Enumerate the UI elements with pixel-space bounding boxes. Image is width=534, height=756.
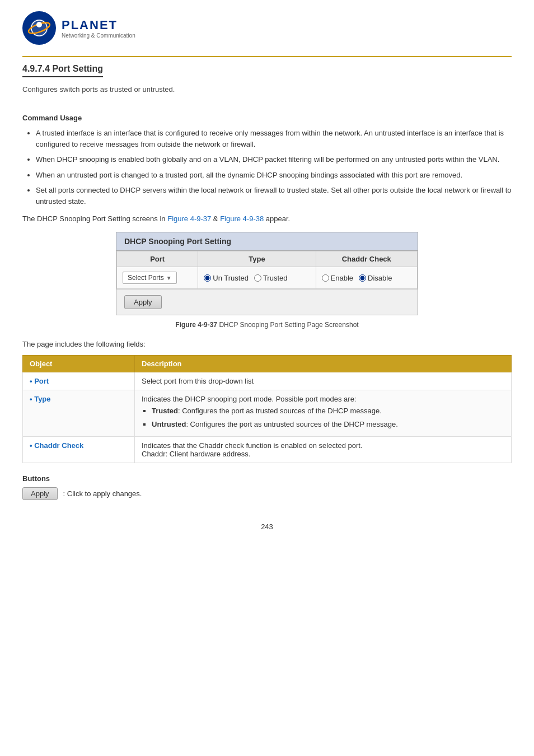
desc-port: Select port from this drop-down list <box>135 372 512 390</box>
apply-button-example[interactable]: Apply <box>22 487 58 500</box>
page-title: 4.9.7.4 Port Setting <box>22 64 103 77</box>
fields-intro-text: The page includes the following fields: <box>22 340 512 348</box>
buttons-section: Buttons Apply : Click to apply changes. <box>22 474 512 500</box>
type-trusted-item: Trusted: Configures the port as trusted … <box>152 405 504 417</box>
svg-point-0 <box>30 19 48 37</box>
figure-intro-before: The DHCP Snooping Port Setting screens i… <box>22 214 167 223</box>
figure-caption: Figure 4-9-37 DHCP Snooping Port Setting… <box>22 321 512 329</box>
chaddr-object-label: • Chaddr Check <box>30 441 83 450</box>
logo-subtitle-label: Networking & Communication <box>62 32 135 39</box>
dhcp-apply-container: Apply <box>116 289 418 315</box>
figure-link-2[interactable]: Figure 4-9-38 <box>220 214 264 223</box>
top-separator <box>22 56 512 57</box>
dhcp-settings-row: Select Ports ▼ Un Trusted Trusted <box>117 267 418 289</box>
page-subtitle: Configures switch ports as trusted or un… <box>22 85 512 94</box>
object-port: • Port <box>23 372 135 390</box>
col-type: Type <box>198 251 316 267</box>
bullet-4: Set all ports connected to DHCP servers … <box>36 185 512 207</box>
dhcp-snooping-box: DHCP Snooping Port Setting Port Type Cha… <box>116 232 418 315</box>
col-port: Port <box>117 251 198 267</box>
svg-point-3 <box>36 22 42 27</box>
col-chaddr: Chaddr Check <box>316 251 417 267</box>
dhcp-settings-table: Port Type Chaddr Check Select Ports ▼ <box>116 251 418 289</box>
bullet-1: A trusted interface is an interface that… <box>36 128 512 150</box>
object-type: • Type <box>23 390 135 437</box>
untrusted-radio[interactable] <box>204 274 211 282</box>
type-untrusted-item: Untrusted: Configures the port as untrus… <box>152 419 504 430</box>
button-desc-row: Apply : Click to apply changes. <box>22 487 512 500</box>
type-inner-list: Trusted: Configures the port as trusted … <box>152 405 504 430</box>
command-usage-heading: Command Usage <box>22 114 512 122</box>
desc-type: Indicates the DHCP snooping port mode. P… <box>135 390 512 437</box>
enable-label: Enable <box>331 274 353 282</box>
trusted-label: Trusted <box>263 274 288 282</box>
chaddr-radio-group: Enable Disable <box>322 274 411 282</box>
chaddr-cell: Enable Disable <box>316 267 417 289</box>
untrusted-radio-label[interactable]: Un Trusted <box>204 274 249 282</box>
table-row-chaddr: • Chaddr Check Indicates that the Chaddr… <box>23 437 512 463</box>
trusted-radio[interactable] <box>254 274 261 282</box>
dhcp-apply-button[interactable]: Apply <box>124 295 162 309</box>
trusted-radio-label[interactable]: Trusted <box>254 274 288 282</box>
select-ports-label: Select Ports <box>128 274 164 282</box>
description-table: Object Description • Port Select port fr… <box>22 355 512 463</box>
port-object-label: • Port <box>30 377 49 385</box>
logo-circle <box>22 11 56 45</box>
page-number: 243 <box>22 522 512 531</box>
figure-link-1[interactable]: Figure 4-9-37 <box>167 214 211 223</box>
command-usage-list: A trusted interface is an interface that… <box>36 128 512 207</box>
untrusted-desc: : Configures the port as untrusted sourc… <box>186 420 397 428</box>
untrusted-bold: Untrusted <box>152 420 186 428</box>
type-object-label: • Type <box>30 395 51 403</box>
type-radio-group: Un Trusted Trusted <box>204 274 310 282</box>
trusted-bold: Trusted <box>152 407 178 415</box>
dropdown-arrow-icon: ▼ <box>166 275 172 281</box>
bullet-2: When DHCP snooping is enabled both globa… <box>36 154 512 165</box>
logo-text: PLANET Networking & Communication <box>62 18 135 39</box>
enable-radio[interactable] <box>322 274 329 282</box>
logo-planet-label: PLANET <box>62 18 135 32</box>
figure-caption-bold: Figure 4-9-37 <box>175 321 217 329</box>
logo-area: PLANET Networking & Communication <box>22 11 512 45</box>
figure-caption-text: DHCP Snooping Port Setting Page Screensh… <box>217 321 359 329</box>
object-chaddr: • Chaddr Check <box>23 437 135 463</box>
figure-intro-text: The DHCP Snooping Port Setting screens i… <box>22 214 512 223</box>
disable-radio-label[interactable]: Disable <box>359 274 392 282</box>
table-row-port: • Port Select port from this drop-down l… <box>23 372 512 390</box>
disable-label: Disable <box>368 274 392 282</box>
apply-desc: : Click to apply changes. <box>63 489 142 498</box>
dhcp-box-title: DHCP Snooping Port Setting <box>116 232 418 251</box>
untrusted-label: Un Trusted <box>213 274 249 282</box>
port-cell: Select Ports ▼ <box>117 267 198 289</box>
table-row-type: • Type Indicates the DHCP snooping port … <box>23 390 512 437</box>
figure-intro-middle: & <box>211 214 220 223</box>
bullet-3: When an untrusted port is changed to a t… <box>36 170 512 181</box>
chaddr-desc-text: Indicates that the Chaddr check function… <box>142 441 363 450</box>
table-header-description: Description <box>135 356 512 372</box>
figure-intro-after: appear. <box>264 214 290 223</box>
type-cell: Un Trusted Trusted <box>198 267 316 289</box>
select-ports-dropdown[interactable]: Select Ports ▼ <box>123 272 177 284</box>
table-header-object: Object <box>23 356 135 372</box>
disable-radio[interactable] <box>359 274 366 282</box>
buttons-heading: Buttons <box>22 474 512 483</box>
type-desc-text: Indicates the DHCP snooping port mode. P… <box>142 395 356 403</box>
enable-radio-label[interactable]: Enable <box>322 274 353 282</box>
trusted-desc: : Configures the port as trusted sources… <box>178 407 382 415</box>
chaddr-extra-line: Chaddr: Client hardware address. <box>142 450 250 458</box>
desc-chaddr: Indicates that the Chaddr check function… <box>135 437 512 463</box>
